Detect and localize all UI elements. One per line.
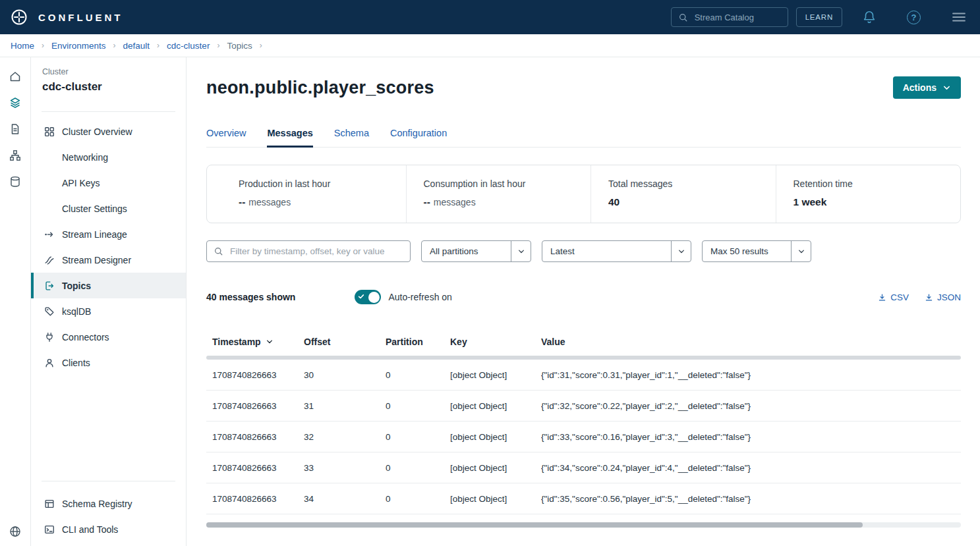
sidebar-item-label: ksqlDB — [62, 306, 91, 317]
cell-timestamp: 1708740826663 — [212, 432, 304, 442]
messages-table: Timestamp Offset Partition Key Value 170… — [206, 328, 961, 528]
table-row[interactable]: 1708740826663 34 0 [object Object] {"id"… — [206, 483, 961, 514]
stat-suffix: messages — [248, 197, 291, 207]
download-json-link[interactable]: JSON — [925, 292, 961, 302]
auto-refresh-label: Auto-refresh on — [388, 292, 452, 302]
actions-button[interactable]: Actions — [893, 76, 961, 99]
tab-configuration[interactable]: Configuration — [390, 128, 447, 147]
sidebar-item-connectors[interactable]: Connectors — [31, 324, 186, 350]
cell-value: {"id":34,"score":0.24,"player_id":4,"__d… — [541, 463, 961, 473]
column-header-timestamp[interactable]: Timestamp — [212, 337, 304, 347]
tab-overview[interactable]: Overview — [206, 128, 246, 147]
stat-value: 40 — [608, 196, 620, 207]
horizontal-scrollbar — [206, 522, 961, 528]
filter-row: All partitions Latest Max 50 results — [206, 240, 961, 262]
environments-icon[interactable] — [9, 96, 22, 109]
cell-key: [object Object] — [450, 432, 541, 442]
breadcrumb-topics[interactable]: Topics — [227, 41, 252, 51]
stream-catalog-input[interactable] — [693, 12, 781, 23]
confluent-logo-icon[interactable] — [11, 9, 28, 26]
stat-suffix: messages — [434, 197, 476, 207]
stream-catalog-search[interactable] — [671, 7, 788, 27]
workspace-icon[interactable] — [9, 149, 22, 162]
partitions-select-value: All partitions — [422, 246, 511, 256]
tab-messages[interactable]: Messages — [267, 128, 312, 147]
lineage-icon — [43, 228, 56, 241]
sidebar-item-stream-designer[interactable]: Stream Designer — [31, 247, 186, 273]
table-row[interactable]: 1708740826663 30 0 [object Object] {"id"… — [206, 360, 961, 391]
breadcrumb-environments[interactable]: Environments — [51, 41, 106, 51]
sidebar-item-label: Stream Lineage — [62, 229, 127, 240]
breadcrumb-separator: › — [113, 41, 116, 50]
divider — [42, 481, 175, 481]
message-filter-input[interactable] — [229, 246, 403, 257]
tab-schema[interactable]: Schema — [334, 128, 369, 147]
sidebar-item-api-keys[interactable]: API Keys — [31, 170, 186, 196]
table-row[interactable]: 1708740826663 31 0 [object Object] {"id"… — [206, 391, 961, 422]
table-row[interactable]: 1708740826663 33 0 [object Object] {"id"… — [206, 452, 961, 483]
terminal-icon — [43, 523, 56, 536]
sidebar-item-label: Stream Designer — [62, 255, 131, 265]
messages-toolbar: 40 messages shown Auto-refresh on CSV — [206, 290, 961, 304]
breadcrumb-cdc-cluster[interactable]: cdc-cluster — [167, 41, 210, 51]
download-icon — [878, 293, 886, 302]
sidebar-item-cluster-settings[interactable]: Cluster Settings — [31, 196, 186, 221]
sort-chevron-icon — [266, 338, 274, 346]
topic-tabs: Overview Messages Schema Configuration — [206, 128, 961, 148]
hamburger-menu-icon[interactable] — [951, 9, 967, 25]
learn-button[interactable]: LEARN — [796, 7, 842, 27]
sidebar-item-label: API Keys — [62, 178, 100, 188]
notifications-bell-icon[interactable] — [862, 10, 877, 24]
table-row[interactable]: 1708740826663 32 0 [object Object] {"id"… — [206, 422, 961, 452]
result-limit-select[interactable]: Max 50 results — [702, 240, 811, 262]
download-csv-link[interactable]: CSV — [878, 292, 909, 302]
sidebar-item-networking[interactable]: Networking — [31, 144, 186, 170]
grid-icon — [43, 125, 56, 138]
result-limit-select-value: Max 50 results — [703, 246, 791, 256]
scrollbar-thumb[interactable] — [206, 522, 863, 528]
sidebar-item-topics[interactable]: Topics — [31, 273, 186, 298]
sidebar-item-label: Cluster Overview — [62, 126, 132, 137]
sidebar-item-schema-registry[interactable]: Schema Registry — [31, 491, 186, 516]
column-label: Timestamp — [212, 337, 261, 347]
stats-card: Production in last hour --messages Consu… — [206, 165, 961, 223]
cell-value: {"id":33,"score":0.16,"player_id":3,"__d… — [541, 432, 961, 442]
chevron-down-icon — [942, 84, 951, 92]
stat-label: Production in last hour — [239, 178, 406, 189]
cell-offset: 33 — [304, 463, 386, 473]
message-order-select[interactable]: Latest — [542, 240, 691, 262]
globe-icon[interactable] — [9, 525, 22, 538]
document-icon[interactable] — [9, 123, 22, 136]
cluster-label: Cluster — [42, 67, 186, 76]
divider — [42, 111, 175, 112]
help-icon[interactable] — [907, 11, 921, 24]
cell-offset: 30 — [304, 370, 386, 380]
cell-partition: 0 — [386, 463, 450, 473]
message-filter-search[interactable] — [206, 240, 411, 262]
sidebar-item-clients[interactable]: Clients — [31, 350, 186, 375]
topics-icon — [43, 279, 56, 292]
sidebar-footer: Schema Registry CLI and Tools — [31, 481, 186, 546]
breadcrumb-default[interactable]: default — [123, 41, 150, 51]
sidebar-item-ksqldb[interactable]: ksqlDB — [31, 298, 186, 324]
toggle-knob — [368, 292, 380, 303]
cell-timestamp: 1708740826663 — [212, 494, 304, 504]
check-icon — [358, 293, 364, 300]
sidebar-item-stream-lineage[interactable]: Stream Lineage — [31, 221, 186, 247]
sidebar-item-cluster-overview[interactable]: Cluster Overview — [31, 119, 186, 144]
breadcrumb-home[interactable]: Home — [11, 41, 34, 51]
home-icon[interactable] — [9, 70, 22, 83]
main-content: neon.public.player_scores Actions Overvi… — [187, 57, 980, 546]
cell-partition: 0 — [386, 432, 450, 442]
auto-refresh-toggle[interactable] — [355, 290, 381, 304]
sidebar-item-cli-and-tools[interactable]: CLI and Tools — [31, 516, 186, 542]
cell-timestamp: 1708740826663 — [212, 401, 304, 411]
database-icon[interactable] — [9, 175, 22, 188]
cluster-sidebar: Cluster cdc-cluster Cluster Overview Net… — [31, 57, 187, 546]
app-window: CONFLUENT LEARN Home › Environments › de… — [0, 0, 980, 546]
chevron-down-icon — [511, 241, 531, 261]
cell-value: {"id":35,"score":0.56,"player_id":5,"__d… — [541, 494, 961, 504]
cell-value: {"id":32,"score":0.22,"player_id":2,"__d… — [541, 401, 961, 411]
search-icon — [214, 246, 223, 256]
partitions-select[interactable]: All partitions — [421, 240, 531, 262]
